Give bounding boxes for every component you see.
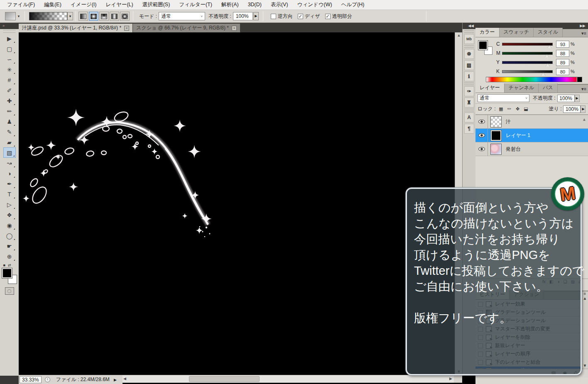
healing-brush-tool[interactable]: ✚ bbox=[3, 95, 16, 106]
path-selection-tool[interactable]: ▷ bbox=[3, 199, 16, 210]
linear-gradient-button[interactable] bbox=[78, 12, 88, 21]
dodge-tool[interactable]: ◑ bbox=[3, 168, 16, 179]
chevron-down-icon[interactable]: ▼ bbox=[17, 15, 20, 18]
layer-fill-spinner[interactable]: ▶ bbox=[581, 105, 586, 113]
tool-presets-panel-icon[interactable]: ✑ bbox=[464, 86, 474, 96]
panel-grip[interactable] bbox=[464, 45, 474, 48]
opacity-field[interactable]: 100% bbox=[233, 12, 253, 20]
eye-icon[interactable] bbox=[478, 120, 485, 124]
diamond-gradient-button[interactable] bbox=[120, 12, 130, 21]
color-spectrum-ramp[interactable] bbox=[486, 77, 582, 82]
menu-item-a[interactable]: 解析(A) bbox=[217, 0, 243, 10]
marquee-tool[interactable]: ▢ bbox=[3, 44, 16, 54]
lock-pixels-icon[interactable]: ✏ bbox=[507, 106, 512, 112]
opacity-spinner[interactable]: ▶ bbox=[253, 12, 259, 20]
toolbar-grip[interactable] bbox=[3, 30, 15, 33]
layer-thumbnail[interactable] bbox=[490, 144, 502, 155]
color-tab-2[interactable]: スタイル bbox=[534, 28, 563, 37]
slider-value-field[interactable]: 89 bbox=[556, 59, 569, 66]
slider-handle[interactable] bbox=[546, 64, 550, 66]
mini-bridge-panel-icon[interactable]: Mb bbox=[464, 34, 474, 44]
gradient-picker-arrow[interactable]: ▼ bbox=[67, 12, 73, 20]
layer-opacity-field[interactable]: 100% bbox=[557, 95, 575, 102]
radial-gradient-button[interactable] bbox=[89, 12, 98, 21]
navigator-panel-icon[interactable]: ☸ bbox=[464, 49, 474, 59]
eraser-tool[interactable]: ▰ bbox=[3, 137, 16, 147]
layer-blend-mode-select[interactable]: 通常 ˅ bbox=[478, 94, 529, 102]
menu-item-w[interactable]: ウィンドウ(W) bbox=[293, 0, 337, 10]
lock-transparency-icon[interactable]: ▦ bbox=[498, 106, 504, 112]
menu-item-e[interactable]: 編集(E) bbox=[39, 0, 66, 10]
menu-item-h[interactable]: ヘルプ(H) bbox=[337, 0, 369, 10]
gradient-tool[interactable]: ▧ bbox=[3, 147, 16, 158]
eye-icon[interactable] bbox=[478, 147, 485, 151]
zoom-level-field[interactable]: 33.33% bbox=[20, 376, 42, 383]
foreground-color-swatch[interactable] bbox=[478, 41, 488, 50]
pen-tool[interactable]: ✒ bbox=[3, 179, 16, 189]
menu-item-v[interactable]: 表示(V) bbox=[266, 0, 293, 10]
lock-all-icon[interactable]: ⬓ bbox=[523, 106, 529, 112]
close-icon[interactable]: × bbox=[232, 26, 237, 31]
layer-row-0[interactable]: 汁 bbox=[475, 115, 588, 129]
visibility-cell[interactable] bbox=[475, 115, 488, 129]
info-panel-icon[interactable]: ℹ bbox=[464, 71, 474, 81]
document-tab-1[interactable]: スクショ @ 66.7% (レイヤー 9, RGB/8) *× bbox=[133, 24, 240, 32]
layer-row-1[interactable]: レイヤー 1 bbox=[475, 129, 588, 142]
3d-rotate-tool[interactable]: ◉ bbox=[3, 220, 16, 230]
document-canvas[interactable] bbox=[19, 32, 455, 375]
menu-item-dd[interactable]: 3D(D) bbox=[243, 0, 266, 10]
slider-handle[interactable] bbox=[545, 54, 549, 57]
checkbox-checked-icon[interactable]: ✓ bbox=[325, 14, 331, 19]
panel-grip[interactable] bbox=[464, 83, 474, 85]
panel-grip[interactable] bbox=[464, 109, 474, 111]
color-tab-1[interactable]: スウォッチ bbox=[500, 28, 534, 37]
slider-track-k[interactable] bbox=[502, 70, 553, 73]
foreground-color-swatch[interactable] bbox=[2, 268, 12, 278]
3d-orbit-tool[interactable]: ◯ bbox=[3, 230, 16, 241]
close-icon[interactable]: × bbox=[124, 26, 129, 31]
collapse-dock-icon[interactable]: ◀◀ bbox=[463, 23, 475, 29]
panel-menu-icon[interactable]: ▾≡ bbox=[581, 86, 586, 92]
layer-thumbnail[interactable] bbox=[490, 130, 502, 141]
paragraph-panel-icon[interactable]: ¶ bbox=[464, 124, 474, 134]
eyedropper-tool[interactable]: ✐ bbox=[3, 85, 16, 95]
lasso-tool[interactable]: ∽ bbox=[3, 54, 16, 64]
default-colors-icon[interactable]: ■ bbox=[3, 263, 5, 267]
menu-item-l[interactable]: レイヤー(L) bbox=[101, 0, 138, 10]
type-tool[interactable]: T bbox=[3, 189, 16, 199]
smudge-tool[interactable]: ↝ bbox=[3, 158, 16, 168]
menu-item-s[interactable]: 選択範囲(S) bbox=[138, 0, 175, 10]
checkbox-checked-icon[interactable]: ✓ bbox=[298, 14, 303, 19]
layers-tab-2[interactable]: パス bbox=[539, 83, 558, 93]
quick-selection-tool[interactable]: ✳ bbox=[3, 64, 16, 75]
visibility-cell[interactable] bbox=[475, 129, 488, 142]
clone-stamp-tool[interactable]: ♟ bbox=[3, 116, 16, 127]
layer-opacity-spinner[interactable]: ▶ bbox=[575, 95, 580, 102]
slider-track-m[interactable] bbox=[502, 52, 553, 55]
layers-tab-1[interactable]: チャンネル bbox=[505, 83, 539, 93]
slider-handle[interactable] bbox=[547, 45, 551, 48]
layer-row-2[interactable]: 発射台 bbox=[475, 142, 588, 156]
crop-tool[interactable]: # bbox=[3, 75, 16, 85]
slider-track-y[interactable] bbox=[502, 61, 553, 64]
layer-thumbnail[interactable] bbox=[490, 116, 502, 127]
color-tab-0[interactable]: カラー bbox=[475, 28, 500, 37]
panel-menu-icon[interactable]: ▾≡ bbox=[581, 31, 586, 36]
slider-value-field[interactable]: 93 bbox=[556, 41, 569, 48]
custom-shape-tool[interactable]: ❖ bbox=[3, 210, 16, 220]
quick-mask-button[interactable] bbox=[5, 287, 14, 295]
hand-tool[interactable]: ☛ bbox=[3, 241, 16, 251]
lock-position-icon[interactable]: ✥ bbox=[515, 106, 521, 112]
scroll-up-icon[interactable]: ▲ bbox=[455, 32, 463, 39]
eye-icon[interactable] bbox=[478, 133, 485, 137]
menu-item-t[interactable]: フィルター(T) bbox=[174, 0, 217, 10]
scroll-right-icon[interactable]: ▶ bbox=[449, 377, 452, 381]
reflected-gradient-button[interactable] bbox=[110, 12, 119, 21]
menu-item-i[interactable]: イメージ(I) bbox=[66, 0, 101, 10]
toolbar-collapse-icon[interactable]: » bbox=[0, 23, 19, 29]
layer-fill-field[interactable]: 100% bbox=[563, 105, 581, 113]
angle-gradient-button[interactable] bbox=[99, 12, 109, 21]
panel-grip[interactable] bbox=[464, 30, 474, 33]
blend-mode-select[interactable]: 通常 ˅ bbox=[159, 12, 205, 20]
checkbox-unchecked-icon[interactable] bbox=[271, 14, 276, 19]
